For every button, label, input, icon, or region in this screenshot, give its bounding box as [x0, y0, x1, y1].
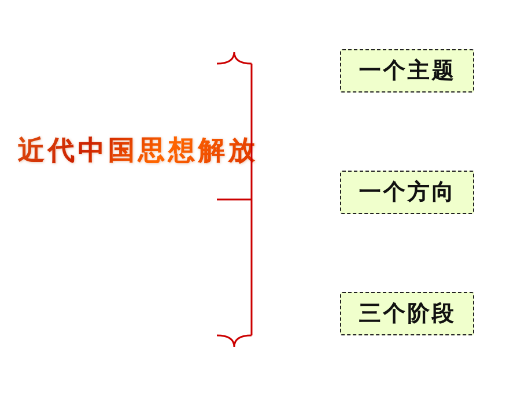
canvas: 近代中国思想解放 一个主题 一个方向 三个阶段 — [0, 0, 532, 399]
box-three-stages: 三个阶段 — [340, 292, 474, 335]
box-one-direction: 一个方向 — [340, 171, 474, 214]
box-one-theme: 一个主题 — [340, 49, 474, 93]
brace-connector — [205, 46, 321, 353]
